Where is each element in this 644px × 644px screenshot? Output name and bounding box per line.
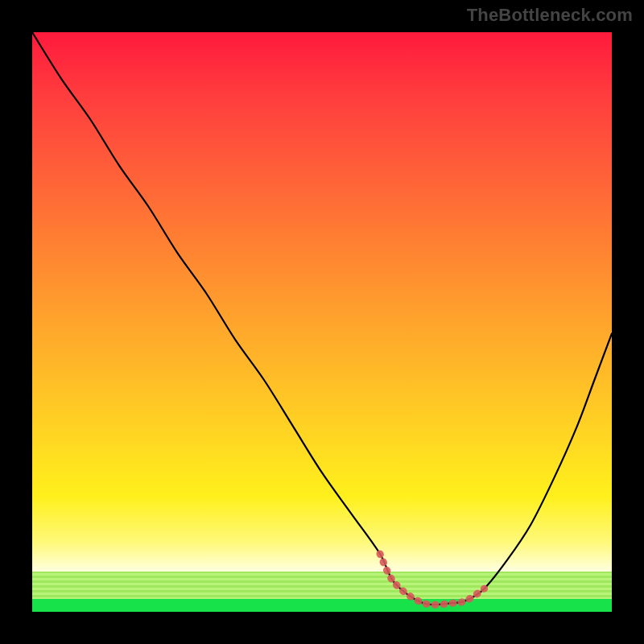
watermark-text: TheBottleneck.com: [467, 5, 633, 26]
bottleneck-curve: [32, 32, 612, 605]
curve-layer: [32, 32, 612, 612]
chart-frame: TheBottleneck.com: [0, 0, 644, 644]
plot-area: [32, 32, 612, 612]
valley-dotted-highlight: [380, 554, 485, 605]
